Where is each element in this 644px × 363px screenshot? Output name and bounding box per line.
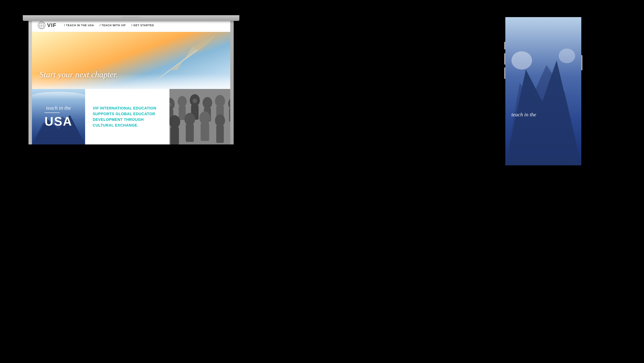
phone-teach-text: teach in the <box>512 112 536 117</box>
laptop-screen-bezel: VIF TEACH IN THE USA TEACH WITH VIF GET … <box>32 19 230 144</box>
svg-point-11 <box>178 96 187 107</box>
phone-mountain <box>508 47 579 162</box>
svg-point-17 <box>215 95 225 107</box>
svg-point-21 <box>170 115 180 128</box>
nav-teach-usa[interactable]: TEACH IN THE USA <box>64 24 94 27</box>
vif-nav: TEACH IN THE USA TEACH WITH VIF GET STAR… <box>64 24 154 27</box>
laptop-device: VIF TEACH IN THE USA TEACH WITH VIF GET … <box>28 15 234 167</box>
svg-point-15 <box>203 97 212 109</box>
svg-rect-22 <box>170 127 179 144</box>
phone-content: teach in the <box>508 68 579 162</box>
svg-line-5 <box>185 40 213 55</box>
card-teach-text: teach in the <box>44 105 72 111</box>
svg-point-27 <box>215 114 225 127</box>
group-photo-card <box>170 89 230 144</box>
vif-content-row: teach in the USA VIF INTERNATIONAL EDUCA… <box>32 89 230 144</box>
phone-screen: VIF Start your next <box>508 21 579 162</box>
svg-point-38 <box>512 51 532 70</box>
nav-teach-vif[interactable]: TEACH WITH VIF <box>100 24 126 27</box>
svg-rect-20 <box>229 108 230 122</box>
card-usa-text: USA <box>44 114 72 129</box>
scene: VIF TEACH IN THE USA TEACH WITH VIF GET … <box>0 0 644 363</box>
phone-card-text-area: teach in the <box>512 112 536 118</box>
vif-logo[interactable]: VIF <box>38 21 56 29</box>
phone-frame: VIF Start your next <box>505 17 581 165</box>
teach-usa-card: teach in the USA <box>32 89 85 144</box>
vif-description-text: VIF INTERNATIONAL EDUCATION SUPPORTS GLO… <box>93 105 162 128</box>
phone-device: VIF Start your next <box>505 17 581 165</box>
people-silhouettes <box>170 89 230 144</box>
laptop-trackpad-notch <box>122 17 140 19</box>
nav-get-started[interactable]: GET STARTED <box>132 24 154 27</box>
airplane-wing-illustration <box>154 36 215 81</box>
svg-rect-28 <box>216 125 224 143</box>
laptop-base <box>23 15 239 21</box>
svg-point-39 <box>559 49 575 63</box>
svg-point-32 <box>193 99 197 103</box>
svg-point-23 <box>184 113 195 125</box>
vif-website: VIF TEACH IN THE USA TEACH WITH VIF GET … <box>32 19 230 144</box>
svg-rect-26 <box>200 123 209 141</box>
vif-description-area: VIF INTERNATIONAL EDUCATION SUPPORTS GLO… <box>85 89 170 144</box>
vif-logo-text: VIF <box>47 22 56 28</box>
card-divider <box>44 113 60 113</box>
laptop-frame: VIF TEACH IN THE USA TEACH WITH VIF GET … <box>28 15 234 144</box>
phone-power-btn <box>581 55 582 70</box>
svg-point-25 <box>199 111 210 125</box>
hero-tagline: Start your next chapter. <box>40 70 118 80</box>
vif-globe-icon <box>38 21 46 29</box>
vif-hero: Start your next chapter. <box>32 32 230 89</box>
svg-rect-24 <box>186 124 194 142</box>
